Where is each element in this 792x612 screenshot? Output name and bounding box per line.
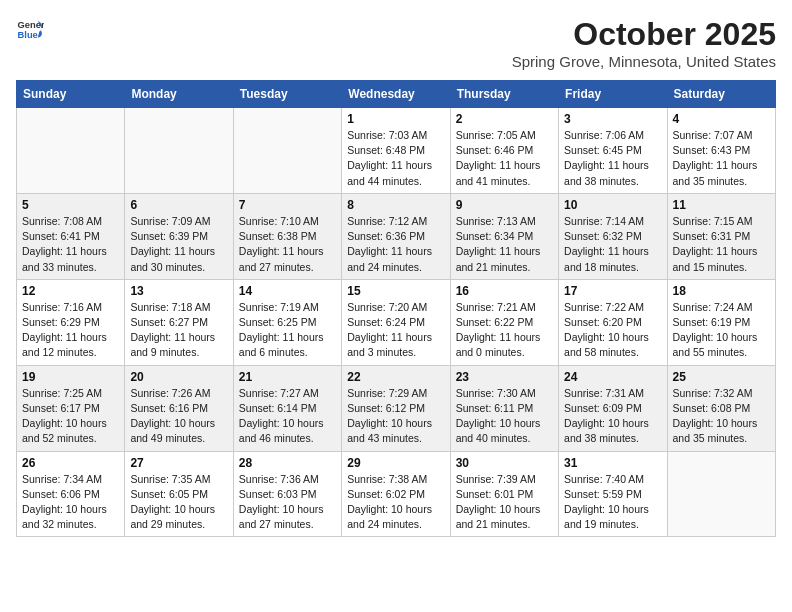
calendar-week-row-1: 1Sunrise: 7:03 AM Sunset: 6:48 PM Daylig… [17, 108, 776, 194]
calendar-cell: 19Sunrise: 7:25 AM Sunset: 6:17 PM Dayli… [17, 365, 125, 451]
day-number: 6 [130, 198, 227, 212]
day-info: Sunrise: 7:22 AM Sunset: 6:20 PM Dayligh… [564, 300, 661, 361]
calendar-cell: 14Sunrise: 7:19 AM Sunset: 6:25 PM Dayli… [233, 279, 341, 365]
day-number: 14 [239, 284, 336, 298]
calendar-week-row-4: 19Sunrise: 7:25 AM Sunset: 6:17 PM Dayli… [17, 365, 776, 451]
calendar-cell [17, 108, 125, 194]
calendar-cell: 28Sunrise: 7:36 AM Sunset: 6:03 PM Dayli… [233, 451, 341, 537]
calendar-cell: 20Sunrise: 7:26 AM Sunset: 6:16 PM Dayli… [125, 365, 233, 451]
weekday-header-monday: Monday [125, 81, 233, 108]
calendar-cell: 5Sunrise: 7:08 AM Sunset: 6:41 PM Daylig… [17, 193, 125, 279]
day-number: 16 [456, 284, 553, 298]
day-info: Sunrise: 7:15 AM Sunset: 6:31 PM Dayligh… [673, 214, 770, 275]
day-number: 26 [22, 456, 119, 470]
weekday-header-friday: Friday [559, 81, 667, 108]
day-number: 1 [347, 112, 444, 126]
day-number: 17 [564, 284, 661, 298]
calendar-week-row-3: 12Sunrise: 7:16 AM Sunset: 6:29 PM Dayli… [17, 279, 776, 365]
day-number: 11 [673, 198, 770, 212]
calendar-cell: 18Sunrise: 7:24 AM Sunset: 6:19 PM Dayli… [667, 279, 775, 365]
calendar-cell: 9Sunrise: 7:13 AM Sunset: 6:34 PM Daylig… [450, 193, 558, 279]
day-info: Sunrise: 7:21 AM Sunset: 6:22 PM Dayligh… [456, 300, 553, 361]
day-number: 23 [456, 370, 553, 384]
day-number: 9 [456, 198, 553, 212]
day-number: 7 [239, 198, 336, 212]
calendar-cell: 16Sunrise: 7:21 AM Sunset: 6:22 PM Dayli… [450, 279, 558, 365]
day-info: Sunrise: 7:18 AM Sunset: 6:27 PM Dayligh… [130, 300, 227, 361]
weekday-header-wednesday: Wednesday [342, 81, 450, 108]
day-info: Sunrise: 7:40 AM Sunset: 5:59 PM Dayligh… [564, 472, 661, 533]
calendar-week-row-5: 26Sunrise: 7:34 AM Sunset: 6:06 PM Dayli… [17, 451, 776, 537]
location-title: Spring Grove, Minnesota, United States [512, 53, 776, 70]
day-info: Sunrise: 7:34 AM Sunset: 6:06 PM Dayligh… [22, 472, 119, 533]
day-number: 12 [22, 284, 119, 298]
day-info: Sunrise: 7:29 AM Sunset: 6:12 PM Dayligh… [347, 386, 444, 447]
day-number: 4 [673, 112, 770, 126]
day-info: Sunrise: 7:08 AM Sunset: 6:41 PM Dayligh… [22, 214, 119, 275]
calendar-cell: 10Sunrise: 7:14 AM Sunset: 6:32 PM Dayli… [559, 193, 667, 279]
calendar-cell: 24Sunrise: 7:31 AM Sunset: 6:09 PM Dayli… [559, 365, 667, 451]
day-number: 18 [673, 284, 770, 298]
calendar-cell [125, 108, 233, 194]
day-info: Sunrise: 7:38 AM Sunset: 6:02 PM Dayligh… [347, 472, 444, 533]
calendar-cell [233, 108, 341, 194]
day-info: Sunrise: 7:32 AM Sunset: 6:08 PM Dayligh… [673, 386, 770, 447]
day-number: 30 [456, 456, 553, 470]
calendar-cell [667, 451, 775, 537]
calendar-cell: 4Sunrise: 7:07 AM Sunset: 6:43 PM Daylig… [667, 108, 775, 194]
calendar-week-row-2: 5Sunrise: 7:08 AM Sunset: 6:41 PM Daylig… [17, 193, 776, 279]
day-number: 3 [564, 112, 661, 126]
day-number: 2 [456, 112, 553, 126]
calendar-cell: 17Sunrise: 7:22 AM Sunset: 6:20 PM Dayli… [559, 279, 667, 365]
calendar-cell: 11Sunrise: 7:15 AM Sunset: 6:31 PM Dayli… [667, 193, 775, 279]
weekday-header-row: SundayMondayTuesdayWednesdayThursdayFrid… [17, 81, 776, 108]
day-number: 24 [564, 370, 661, 384]
calendar-table: SundayMondayTuesdayWednesdayThursdayFrid… [16, 80, 776, 537]
logo: General Blue [16, 16, 44, 44]
day-info: Sunrise: 7:10 AM Sunset: 6:38 PM Dayligh… [239, 214, 336, 275]
day-number: 5 [22, 198, 119, 212]
day-info: Sunrise: 7:39 AM Sunset: 6:01 PM Dayligh… [456, 472, 553, 533]
day-info: Sunrise: 7:09 AM Sunset: 6:39 PM Dayligh… [130, 214, 227, 275]
calendar-cell: 3Sunrise: 7:06 AM Sunset: 6:45 PM Daylig… [559, 108, 667, 194]
day-info: Sunrise: 7:13 AM Sunset: 6:34 PM Dayligh… [456, 214, 553, 275]
day-number: 28 [239, 456, 336, 470]
day-info: Sunrise: 7:03 AM Sunset: 6:48 PM Dayligh… [347, 128, 444, 189]
day-number: 27 [130, 456, 227, 470]
day-info: Sunrise: 7:35 AM Sunset: 6:05 PM Dayligh… [130, 472, 227, 533]
day-info: Sunrise: 7:06 AM Sunset: 6:45 PM Dayligh… [564, 128, 661, 189]
calendar-cell: 2Sunrise: 7:05 AM Sunset: 6:46 PM Daylig… [450, 108, 558, 194]
calendar-cell: 25Sunrise: 7:32 AM Sunset: 6:08 PM Dayli… [667, 365, 775, 451]
day-number: 19 [22, 370, 119, 384]
day-info: Sunrise: 7:30 AM Sunset: 6:11 PM Dayligh… [456, 386, 553, 447]
svg-text:Blue: Blue [18, 30, 38, 40]
calendar-cell: 29Sunrise: 7:38 AM Sunset: 6:02 PM Dayli… [342, 451, 450, 537]
day-info: Sunrise: 7:07 AM Sunset: 6:43 PM Dayligh… [673, 128, 770, 189]
day-info: Sunrise: 7:25 AM Sunset: 6:17 PM Dayligh… [22, 386, 119, 447]
calendar-cell: 26Sunrise: 7:34 AM Sunset: 6:06 PM Dayli… [17, 451, 125, 537]
calendar-cell: 15Sunrise: 7:20 AM Sunset: 6:24 PM Dayli… [342, 279, 450, 365]
calendar-cell: 13Sunrise: 7:18 AM Sunset: 6:27 PM Dayli… [125, 279, 233, 365]
weekday-header-sunday: Sunday [17, 81, 125, 108]
month-title: October 2025 [512, 16, 776, 53]
calendar-cell: 30Sunrise: 7:39 AM Sunset: 6:01 PM Dayli… [450, 451, 558, 537]
day-info: Sunrise: 7:16 AM Sunset: 6:29 PM Dayligh… [22, 300, 119, 361]
day-info: Sunrise: 7:20 AM Sunset: 6:24 PM Dayligh… [347, 300, 444, 361]
calendar-cell: 12Sunrise: 7:16 AM Sunset: 6:29 PM Dayli… [17, 279, 125, 365]
day-info: Sunrise: 7:27 AM Sunset: 6:14 PM Dayligh… [239, 386, 336, 447]
calendar-cell: 22Sunrise: 7:29 AM Sunset: 6:12 PM Dayli… [342, 365, 450, 451]
day-info: Sunrise: 7:12 AM Sunset: 6:36 PM Dayligh… [347, 214, 444, 275]
day-number: 31 [564, 456, 661, 470]
weekday-header-thursday: Thursday [450, 81, 558, 108]
day-number: 20 [130, 370, 227, 384]
day-number: 22 [347, 370, 444, 384]
title-block: October 2025 Spring Grove, Minnesota, Un… [512, 16, 776, 70]
calendar-cell: 1Sunrise: 7:03 AM Sunset: 6:48 PM Daylig… [342, 108, 450, 194]
page-header: General Blue October 2025 Spring Grove, … [16, 16, 776, 70]
calendar-cell: 23Sunrise: 7:30 AM Sunset: 6:11 PM Dayli… [450, 365, 558, 451]
weekday-header-saturday: Saturday [667, 81, 775, 108]
day-number: 8 [347, 198, 444, 212]
logo-icon: General Blue [16, 16, 44, 44]
weekday-header-tuesday: Tuesday [233, 81, 341, 108]
day-info: Sunrise: 7:05 AM Sunset: 6:46 PM Dayligh… [456, 128, 553, 189]
